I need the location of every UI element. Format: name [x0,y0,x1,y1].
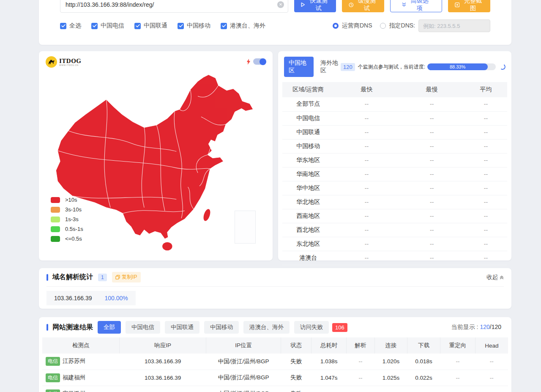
region-name: 华北地区 [282,195,334,209]
isp-badge: 电信 [46,373,60,382]
resolved-ip-percent[interactable]: 100.00% [105,295,128,302]
redirect-time: -- [440,370,475,386]
tab-overseas-region[interactable]: 海外地区 [320,59,341,74]
region-value: -- [399,125,464,139]
logo-title: ITDOG [59,58,82,65]
copy-ip-button[interactable]: 复制IP [112,272,141,282]
legend-item: 0.5s-1s [51,226,83,232]
region-value: -- [334,195,399,209]
checkbox-全选[interactable]: 全选 [60,22,81,30]
display-count-label: 当前显示 : [451,323,478,330]
tab-china-region[interactable]: 中国地区 [284,57,314,77]
test-control-card: ✕ 快速测试 缓慢测试 高级选项 完整截图 全选中国电信中国联通中国移动港澳台、… [39,0,511,45]
filter-chip-中国联通[interactable]: 中国联通 [165,321,199,334]
collapse-button[interactable]: 收起 [486,274,504,281]
checkbox-checked-icon[interactable] [178,23,184,29]
filter-chip-港澳台、海外[interactable]: 港澳台、海外 [243,321,290,334]
region-value: -- [464,111,507,125]
display-count-current: 120 [480,323,489,330]
node-name: 江苏苏州 [63,358,85,364]
legend-swatch [51,207,60,213]
map-header: ITDOG WWW.ITDOG.CN [39,51,273,68]
checkbox-label: 全选 [69,22,81,30]
legend-label: 0.5s-1s [65,226,83,232]
dns-count-badge: 1 [98,274,107,281]
ip-location: 中国/浙江/温州/BGP [206,354,281,370]
legend-label: 1s-3s [65,216,79,222]
region-value: -- [399,181,464,195]
region-value: -- [464,125,507,139]
results-col-header: 重定向 [440,337,475,354]
region-value: -- [399,209,464,223]
region-value: -- [464,139,507,153]
region-name: 西南地区 [282,209,334,223]
region-col-header: 区域/运营商 [282,82,334,97]
map-card: ITDOG WWW.ITDOG.CN [39,51,273,260]
dns-stats-title: 域名解析统计 [52,273,93,282]
region-value: -- [334,97,399,111]
progress-bar: 88.33% [427,63,496,70]
results-col-header: IP位置 [206,337,281,354]
node-cell: 电信安徽滁州 [42,386,120,392]
slow-test-button[interactable]: 缓慢测试 [342,0,384,12]
results-table-body: 电信江苏苏州103.36.166.39中国/浙江/温州/BGP失败1.038s-… [42,354,508,392]
response-ip: 103.36.166.39 [120,370,206,386]
results-col-header: 下载 [407,337,440,354]
checkbox-港澳台、海外[interactable]: 港澳台、海外 [221,22,265,30]
region-value: -- [464,237,507,251]
status-value: 失败 [281,370,311,386]
filter-chip-中国电信[interactable]: 中国电信 [126,321,160,334]
region-value: -- [399,153,464,167]
checkbox-中国电信[interactable]: 中国电信 [91,22,124,30]
filter-chip-全部[interactable]: 全部 [98,321,121,334]
region-value: -- [399,195,464,209]
checkbox-中国联通[interactable]: 中国联通 [134,22,167,30]
resolved-ip: 103.36.166.39 [54,295,92,302]
filter-chip-中国移动[interactable]: 中国移动 [204,321,239,334]
checkbox-中国移动[interactable]: 中国移动 [178,22,210,30]
title-accent-bar [46,324,48,331]
checkbox-checked-icon[interactable] [221,23,227,29]
region-stats-card: 中国地区 海外地区 120 个监测点参与测试，当前进度: 88.33% 区域/运… [278,51,511,260]
redirect-time: -- [440,354,475,370]
full-screenshot-button[interactable]: 完整截图 [448,0,490,12]
map-mode-toggle[interactable] [253,58,266,65]
logo-subtitle: WWW.ITDOG.CN [59,64,82,67]
checkbox-checked-icon[interactable] [134,23,141,29]
advanced-options-button[interactable]: 高级选项 [390,0,442,12]
status-value: 失败 [281,386,311,392]
quick-test-button[interactable]: 快速测试 [294,0,336,12]
checkbox-checked-icon[interactable] [60,23,66,29]
results-col-header: 连接 [374,337,407,354]
checkbox-label: 港澳台、海外 [230,22,265,30]
legend-label: <=0.5s [65,236,82,242]
custom-dns-radio[interactable] [380,23,386,29]
url-input[interactable] [60,0,288,13]
region-name: 港澳台 [282,251,334,265]
map-tools [246,56,266,65]
carrier-dns-radio[interactable] [333,23,339,29]
lightning-icon [246,59,251,65]
south-china-sea-inset [235,211,256,244]
redirect-time: -- [440,386,475,392]
region-row: 港澳台------ [282,251,507,265]
region-row: 东北地区------ [282,237,507,251]
region-value: -- [399,139,464,153]
region-value: -- [399,111,464,125]
region-col-header: 最快 [334,82,399,97]
checkbox-checked-icon[interactable] [91,23,98,29]
custom-dns-input[interactable] [418,19,490,32]
region-value: -- [334,181,399,195]
display-count-total: /120 [490,323,501,330]
filter-chip-访问失败[interactable]: 访问失败 [294,321,329,334]
clear-input-icon[interactable]: ✕ [277,1,284,8]
region-table-head: 区域/运营商最快最慢平均 [282,82,507,97]
legend-item: 1s-3s [51,216,83,222]
quick-test-label: 快速测试 [308,0,329,12]
region-value: -- [464,223,507,237]
ip-location: 中国/浙江/温州/BGP [206,386,281,392]
region-row: 华北地区------ [282,195,507,209]
region-value: -- [464,209,507,223]
results-col-header: Head [475,337,508,354]
region-col-header: 平均 [464,82,507,97]
